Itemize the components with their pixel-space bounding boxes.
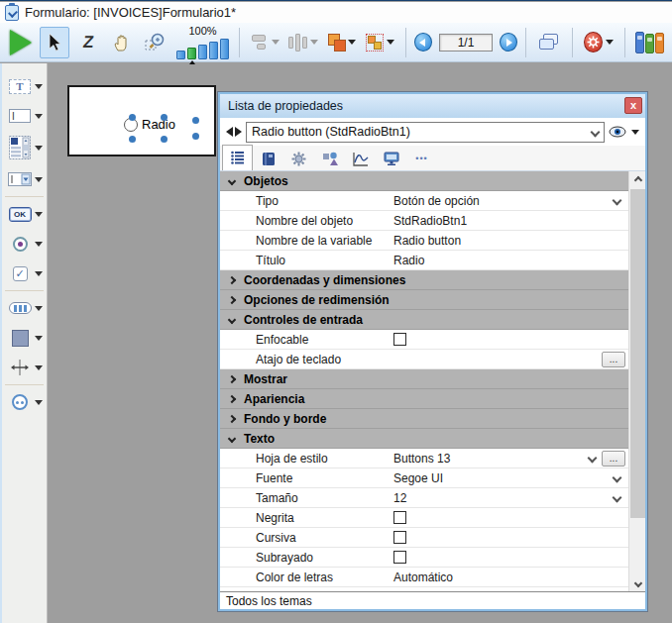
panel-title-bar[interactable]: Lista de propiedades x — [220, 94, 645, 118]
section-coordenadas[interactable]: Coordenadas y dimensiones — [220, 270, 628, 290]
chevron-down-icon[interactable] — [35, 400, 43, 405]
checkbox[interactable] — [393, 511, 406, 524]
tab-objects[interactable] — [314, 147, 345, 170]
rectangle-tool[interactable] — [2, 323, 47, 353]
chevron-down-icon[interactable] — [387, 40, 394, 45]
selection-handle[interactable] — [129, 114, 136, 121]
prop-row-cursiva[interactable]: Cursiva — [220, 528, 628, 548]
scroll-up-button[interactable] — [629, 171, 645, 188]
tab-settings[interactable] — [283, 147, 314, 170]
zoom-tool-button[interactable] — [141, 27, 170, 58]
vertical-scrollbar[interactable] — [628, 171, 645, 591]
scrollbar-thumb[interactable] — [630, 189, 645, 518]
tab-properties[interactable] — [222, 145, 253, 170]
selection-handle[interactable] — [192, 133, 199, 140]
prop-row-fuente[interactable]: Fuente Segoe UI — [220, 468, 628, 488]
selection-handle[interactable] — [129, 136, 136, 143]
prop-value[interactable]: StdRadioBtn1 — [393, 214, 467, 228]
prop-row-nombre-del-objeto[interactable]: Nombre del objeto StdRadioBtn1 — [220, 211, 628, 231]
object-prev-next-arrows[interactable] — [226, 127, 242, 137]
zoom-bar[interactable] — [209, 42, 218, 59]
zoom-bar[interactable] — [198, 45, 207, 59]
prop-row-nombre-de-la-variable[interactable]: Nombre de la variable Radio button — [220, 231, 628, 251]
segmented-tool[interactable] — [2, 293, 47, 323]
button-tool[interactable]: OK — [2, 199, 47, 229]
close-icon[interactable]: x — [624, 97, 642, 114]
chevron-down-icon[interactable] — [35, 177, 43, 182]
checkbox-tool[interactable]: ✓ — [2, 259, 47, 288]
chevron-down-icon[interactable] — [35, 365, 43, 370]
selection-handle[interactable] — [161, 114, 168, 121]
chevron-down-icon[interactable] — [35, 84, 43, 89]
prop-row-enfocable[interactable]: Enfocable — [220, 330, 628, 350]
chevron-down-icon[interactable] — [588, 454, 598, 464]
chevron-down-icon[interactable] — [35, 271, 43, 276]
zoom-bars[interactable] — [176, 38, 229, 59]
prop-row-tamano[interactable]: Tamaño 12 — [220, 488, 628, 508]
tab-events[interactable] — [253, 147, 283, 170]
section-texto[interactable]: Texto — [220, 429, 628, 449]
combobox-tool[interactable] — [2, 164, 47, 194]
scroll-down-button[interactable] — [629, 574, 645, 591]
next-page-button[interactable] — [500, 33, 517, 52]
chevron-down-icon[interactable] — [35, 306, 43, 311]
layers-button[interactable] — [534, 27, 564, 58]
chevron-down-icon[interactable] — [35, 212, 43, 217]
selection-handle[interactable] — [161, 136, 168, 143]
section-mostrar[interactable]: Mostrar — [220, 369, 628, 389]
object-selector-combo[interactable]: Radio button (StdRadioBtn1) — [246, 122, 605, 143]
chevron-down-icon[interactable] — [606, 40, 614, 45]
section-controles-entrada[interactable]: Controles de entrada — [220, 310, 628, 330]
label-tool[interactable]: T — [2, 71, 47, 101]
tab-display[interactable] — [376, 147, 406, 170]
select-tool-button[interactable] — [40, 27, 69, 58]
prev-page-button[interactable] — [414, 33, 432, 52]
checkbox[interactable] — [393, 531, 406, 544]
chevron-down-icon[interactable] — [35, 336, 43, 341]
section-apariencia[interactable]: Apariencia — [220, 389, 628, 409]
chevron-down-icon[interactable] — [613, 473, 622, 483]
zoom-bar-current[interactable] — [187, 48, 196, 59]
ellipsis-button[interactable]: ... — [602, 352, 625, 367]
next-object-icon[interactable] — [235, 127, 242, 137]
pan-tool-button[interactable] — [107, 27, 137, 58]
chevron-down-icon[interactable] — [348, 40, 356, 45]
library-button[interactable] — [633, 27, 666, 58]
prop-value[interactable]: Radio button — [393, 234, 461, 248]
circle-control-tool[interactable] — [2, 387, 47, 417]
chevron-down-icon[interactable] — [35, 242, 43, 247]
prop-row-atajo-teclado[interactable]: Atajo de teclado ... — [220, 350, 628, 369]
chevron-down-icon[interactable] — [613, 493, 622, 503]
radio-button-tool[interactable] — [2, 229, 47, 259]
tab-more[interactable]: ••• — [406, 147, 437, 170]
listbox-tool[interactable] — [2, 131, 47, 164]
splitter-tool[interactable] — [2, 353, 47, 382]
section-fondo-borde[interactable]: Fondo y borde — [220, 409, 628, 429]
zoom-level-control[interactable]: 100% — [176, 26, 229, 59]
prev-object-icon[interactable] — [226, 127, 233, 137]
run-form-button[interactable] — [6, 27, 36, 58]
prop-row-color-letras[interactable]: Color de letras Automático — [220, 568, 628, 587]
prop-value[interactable]: Radio — [393, 254, 424, 267]
section-opciones-redimension[interactable]: Opciones de redimensión — [220, 290, 628, 310]
zoom-bar[interactable] — [176, 51, 185, 59]
prop-row-tipo[interactable]: Tipo Botón de opción — [220, 191, 628, 211]
ellipsis-button[interactable]: ... — [602, 451, 625, 467]
tab-function[interactable] — [345, 147, 376, 170]
form-canvas[interactable]: Radio — [67, 85, 216, 156]
prop-row-negrita[interactable]: Negrita — [220, 508, 628, 528]
prop-row-titulo[interactable]: Título Radio — [220, 251, 628, 270]
visibility-button[interactable] — [609, 126, 639, 138]
chevron-down-icon[interactable] — [35, 146, 43, 151]
selection-handle[interactable] — [192, 117, 199, 124]
tab-order-tool-button[interactable]: Z — [73, 27, 103, 58]
z-order-button[interactable] — [324, 27, 359, 58]
checkbox[interactable] — [393, 551, 406, 564]
chevron-down-icon[interactable] — [613, 196, 622, 206]
checkbox[interactable] — [393, 333, 406, 346]
settings-button[interactable] — [581, 27, 616, 58]
prop-row-hoja-estilo[interactable]: Hoja de estilo Buttons 13... — [220, 449, 628, 468]
selection-group-button[interactable] — [363, 27, 397, 58]
text-input-tool[interactable]: I — [2, 101, 47, 131]
chevron-down-icon[interactable] — [35, 114, 43, 119]
